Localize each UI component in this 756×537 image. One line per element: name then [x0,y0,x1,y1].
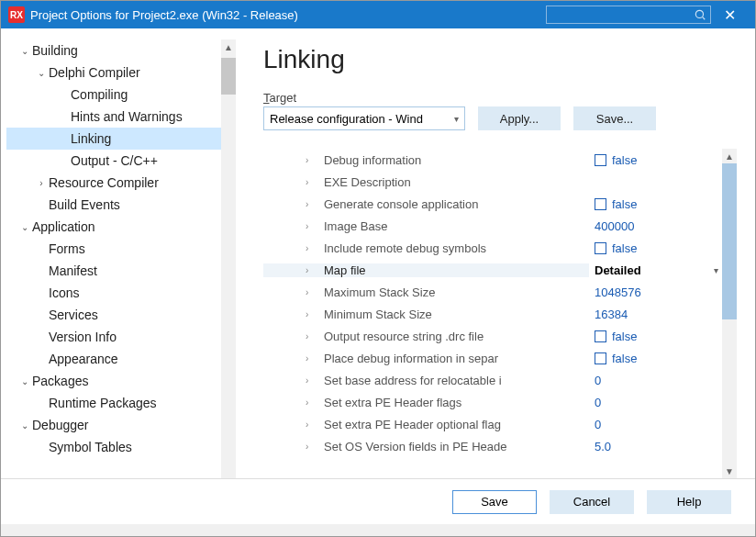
tree-item[interactable]: ⌄Packages [6,370,236,392]
tree-item[interactable]: Manifest [6,260,236,282]
close-button[interactable]: ✕ [711,6,748,24]
save-button[interactable]: Save [452,490,537,514]
app-logo: RX [8,6,25,23]
svg-line-1 [703,17,706,20]
tree-item[interactable]: Version Info [6,326,236,348]
option-row[interactable]: ›Set base address for relocatable i0 [263,369,722,391]
tree-item-label: Forms [49,241,85,256]
option-row[interactable]: ›Set OS Version fields in PE Heade5.0 [263,435,722,457]
scroll-up-icon[interactable]: ▲ [221,39,236,54]
tree-item-label: Symbol Tables [49,440,132,454]
chevron-down-icon[interactable]: ⌄ [17,222,32,232]
option-value-cell[interactable]: false [589,153,722,167]
save-as-button[interactable]: Save... [573,106,656,130]
option-value-cell[interactable]: 1048576 [589,285,722,299]
tree-item[interactable]: Forms [6,238,236,260]
scroll-up-icon[interactable]: ▲ [722,149,737,163]
tree-item[interactable]: Hints and Warnings [6,106,236,128]
tree-item-label: Icons [49,285,79,300]
chevron-down-icon[interactable]: ⌄ [17,376,32,386]
target-label: Target [263,91,465,105]
option-row[interactable]: ›Place debug information in separfalse [263,347,722,369]
option-value-cell[interactable]: 16384 [589,308,722,321]
scroll-thumb[interactable] [221,58,236,95]
option-row[interactable]: ›Include remote debug symbolsfalse [263,237,722,259]
tree-item[interactable]: Runtime Packages [6,392,236,414]
tree-item[interactable]: Services [6,304,236,326]
option-value-cell[interactable]: false [589,241,722,255]
chevron-right-icon: › [306,397,318,408]
titlebar: RX Project Options for Project2.exe (Win… [1,1,755,28]
checkbox[interactable] [595,154,606,166]
cancel-button[interactable]: Cancel [550,490,634,514]
option-key-label: Output resource string .drc file [324,330,484,343]
tree-item[interactable]: Output - C/C++ [6,150,236,172]
grid-scrollbar[interactable]: ▲ ▼ [722,149,737,478]
tree-item[interactable]: ⌄Debugger [6,414,236,436]
checkbox[interactable] [595,330,606,342]
tree-scrollbar[interactable]: ▲ [221,39,236,478]
option-row[interactable]: ›EXE Description [263,171,722,193]
tree-item[interactable]: Symbol Tables [6,436,236,458]
tree-item[interactable]: Icons [6,282,236,304]
option-row[interactable]: ›Minimum Stack Size16384 [263,303,722,325]
option-key-cell: ›Maximum Stack Size [263,285,589,299]
tree-item-label: Building [32,43,78,58]
option-value-cell[interactable]: 0 [589,418,722,431]
chevron-right-icon: › [306,177,318,187]
scroll-down-icon[interactable]: ▼ [722,464,737,478]
option-value-cell[interactable]: Detailed▾ [589,263,722,277]
option-key-cell: ›Generate console application [263,197,589,211]
tree-item[interactable]: ⌄Application [6,216,236,238]
option-key-cell: ›Set OS Version fields in PE Heade [263,440,589,453]
scroll-thumb[interactable] [722,163,737,319]
tree-item[interactable]: Appearance [6,348,236,370]
search-input[interactable] [546,6,711,24]
option-row[interactable]: ›Maximum Stack Size1048576 [263,281,722,303]
chevron-right-icon[interactable]: › [34,178,49,188]
tree-item[interactable]: ⌄Building [6,39,236,62]
option-value-cell[interactable]: 400000 [589,219,722,233]
option-value-cell[interactable]: 0 [589,396,722,409]
option-row[interactable]: ›Output resource string .drc filefalse [263,325,722,347]
option-value-text: 400000 [595,219,634,233]
chevron-down-icon[interactable]: ▾ [714,265,718,275]
chevron-down-icon[interactable]: ⌄ [34,68,49,78]
option-row[interactable]: ›Set extra PE Header optional flag0 [263,413,722,435]
tree-item-label: Debugger [32,418,89,432]
option-row[interactable]: ›Generate console applicationfalse [263,193,722,215]
option-row[interactable]: ›Map fileDetailed▾ [263,259,722,281]
tree-item[interactable]: Build Events [6,194,236,216]
tree-item[interactable]: Compiling [6,84,236,106]
checkbox[interactable] [595,242,606,254]
tree-item[interactable]: ›Resource Compiler [6,172,236,194]
checkbox[interactable] [595,352,606,364]
option-row[interactable]: ›Set extra PE Header flags0 [263,391,722,413]
help-button[interactable]: Help [647,490,731,514]
tree-item[interactable]: ⌄Delphi Compiler [6,62,236,84]
tree-item-label: Delphi Compiler [49,65,140,80]
option-row[interactable]: ›Debug informationfalse [263,149,722,171]
option-row[interactable]: ›Image Base400000 [263,215,722,237]
chevron-down-icon[interactable]: ⌄ [17,46,32,56]
option-value-cell[interactable]: 0 [589,374,722,387]
tree-item[interactable]: Linking [6,128,236,150]
option-value-text: 0 [595,396,601,409]
option-value-cell[interactable]: false [589,197,722,211]
option-key-label: Place debug information in separ [324,352,498,365]
tree-item-label: Hints and Warnings [71,109,183,124]
option-key-label: Set base address for relocatable i [324,374,502,387]
checkbox[interactable] [595,198,606,210]
option-value-cell[interactable]: 5.0 [589,440,722,453]
option-value-cell[interactable]: false [589,352,722,365]
option-value-text: false [612,352,637,365]
apply-button[interactable]: Apply... [478,106,561,130]
option-value-text: 5.0 [595,440,611,453]
chevron-down-icon[interactable]: ⌄ [17,420,32,431]
option-value-text: false [612,197,637,211]
option-key-cell: ›Output resource string .drc file [263,330,589,343]
option-key-cell: ›Image Base [263,219,589,233]
option-key-label: Generate console application [324,197,478,211]
option-value-cell[interactable]: false [589,330,722,343]
target-combo[interactable]: Release configuration - Wind ▾ [263,106,465,130]
